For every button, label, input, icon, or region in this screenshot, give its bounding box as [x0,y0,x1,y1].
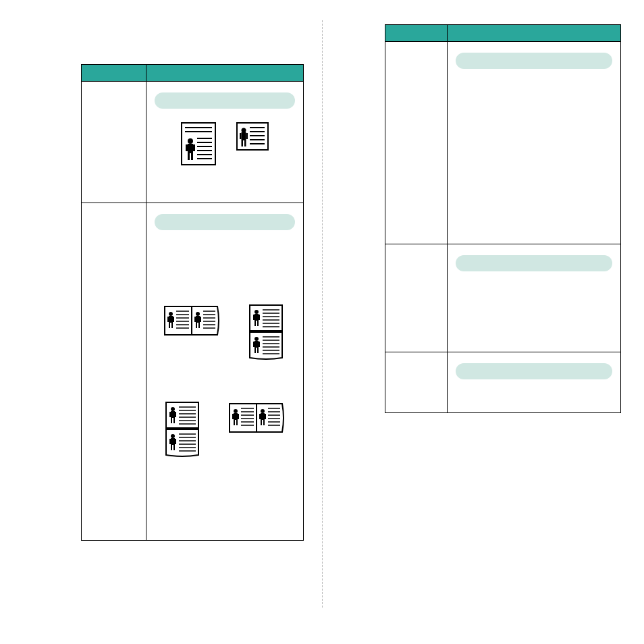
svg-rect-56 [253,315,254,320]
svg-rect-44 [196,323,197,328]
right-row3-label-cell [385,352,448,412]
svg-point-130 [261,409,265,413]
svg-rect-58 [254,321,256,326]
document-person-icon [181,122,216,165]
right-row1-content-cell [448,42,620,244]
right-row3-content-cell [448,352,620,412]
left-row1-label-cell [82,82,146,203]
svg-rect-102 [171,445,172,450]
svg-rect-20 [242,140,244,146]
right-row-2 [385,244,620,352]
right-table-header [385,25,620,41]
column-divider [322,20,323,608]
svg-rect-18 [240,133,242,139]
right-row2-content-cell [448,244,620,352]
svg-rect-120 [232,414,234,419]
svg-rect-69 [259,342,260,347]
svg-rect-123 [236,420,238,425]
pill-highlight [456,53,612,69]
right-row-3 [385,352,620,412]
svg-point-83 [274,331,275,332]
booklet-flip-icon [248,304,286,361]
left-row-2 [82,203,303,540]
svg-rect-132 [259,414,261,419]
svg-rect-91 [173,418,175,423]
svg-point-114 [185,428,186,429]
svg-rect-133 [265,414,266,419]
document-person-small-icon [236,122,269,165]
left-row1-content-cell [146,82,303,203]
svg-rect-90 [171,418,172,423]
svg-rect-33 [171,323,173,328]
svg-rect-5 [186,144,188,151]
svg-rect-19 [246,133,248,139]
svg-rect-8 [191,153,193,160]
svg-point-113 [180,428,181,429]
svg-rect-134 [261,420,262,425]
svg-point-79 [252,331,254,332]
svg-rect-55 [254,314,259,321]
left-table [81,64,304,541]
svg-rect-121 [238,414,239,419]
svg-point-40 [196,312,200,316]
svg-rect-103 [173,445,175,450]
svg-point-28 [169,312,173,316]
svg-rect-87 [171,411,175,418]
svg-point-16 [242,128,246,133]
left-header-cell-1 [82,65,146,81]
svg-rect-119 [234,413,238,420]
svg-point-54 [254,310,259,314]
booklet-open-icon [164,304,221,361]
svg-rect-45 [198,323,200,328]
svg-rect-43 [200,317,201,322]
svg-rect-32 [169,323,170,328]
svg-point-84 [279,331,281,332]
svg-point-80 [258,331,259,332]
right-header-cell-1 [385,25,448,41]
svg-point-112 [174,428,176,429]
pill-highlight [155,92,295,109]
svg-rect-6 [193,144,195,151]
svg-point-3 [188,138,193,144]
left-header-cell-2 [146,65,303,81]
svg-rect-29 [169,316,173,323]
svg-point-98 [171,434,175,438]
svg-point-81 [263,331,265,332]
svg-point-115 [190,428,192,429]
svg-rect-70 [254,348,256,353]
svg-rect-99 [171,438,175,445]
right-row2-label-cell [385,244,448,352]
svg-point-82 [269,331,270,332]
svg-point-111 [169,428,170,429]
svg-rect-131 [261,413,265,420]
svg-rect-67 [254,341,259,348]
left-row-1 [82,81,303,203]
right-header-cell-2 [448,25,620,41]
booklet-flip-icon [164,402,202,458]
svg-rect-122 [234,420,235,425]
svg-rect-59 [257,321,259,326]
svg-rect-57 [259,315,260,320]
left-row2-content-cell [146,203,303,540]
svg-rect-17 [242,132,246,140]
svg-rect-30 [167,317,169,322]
left-table-header [82,65,303,81]
svg-rect-4 [188,144,193,153]
svg-rect-71 [257,348,259,353]
svg-point-66 [254,337,259,341]
pill-highlight [155,214,295,230]
svg-rect-7 [188,153,190,160]
svg-rect-100 [169,439,171,444]
svg-rect-88 [169,412,171,417]
svg-rect-21 [244,140,246,146]
svg-rect-31 [173,317,174,322]
svg-rect-101 [175,439,176,444]
svg-rect-41 [196,316,200,323]
pill-highlight [456,363,612,379]
right-row1-label-cell [385,42,448,244]
svg-point-118 [234,409,238,413]
svg-point-116 [196,428,197,429]
right-table [385,24,621,413]
svg-rect-89 [175,412,176,417]
svg-point-86 [171,407,175,411]
